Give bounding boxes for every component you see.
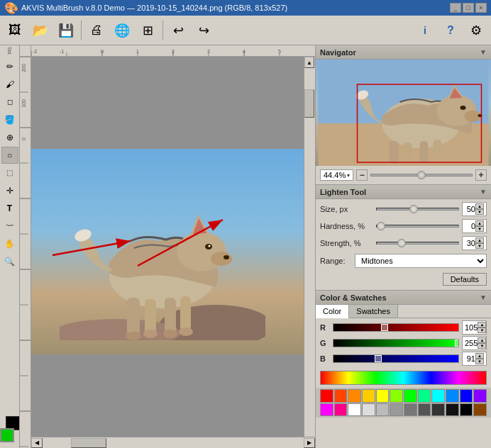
- swatch[interactable]: [390, 389, 403, 403]
- range-select[interactable]: Shadows Midtones Highlights: [355, 254, 487, 268]
- print-button[interactable]: 🖨: [84, 18, 109, 43]
- scroll-thumb[interactable]: [304, 89, 314, 118]
- smudge-tool[interactable]: 〰: [1, 218, 18, 235]
- swatch[interactable]: [431, 389, 445, 403]
- r-up-button[interactable]: ▲: [478, 322, 486, 327]
- new-button[interactable]: 🖼: [3, 18, 27, 43]
- navigator-header[interactable]: Navigator ▼: [316, 45, 491, 60]
- tab-color[interactable]: Color: [316, 305, 349, 318]
- swatch[interactable]: [334, 403, 348, 417]
- r-down-button[interactable]: ▼: [478, 327, 486, 333]
- b-up-button[interactable]: ▲: [475, 353, 484, 359]
- pencil-tool[interactable]: ✏: [1, 58, 18, 75]
- swatch[interactable]: [376, 389, 390, 403]
- hardness-slider[interactable]: [376, 225, 459, 228]
- lighten-tool-header[interactable]: Lighten Tool ▼: [316, 185, 491, 199]
- swatch[interactable]: [446, 403, 459, 417]
- clone-tool[interactable]: ⊕: [1, 129, 18, 146]
- brush-tool[interactable]: 🖌: [1, 76, 18, 93]
- channel-g-value-field[interactable]: 255 ▲ ▼: [462, 336, 487, 350]
- strength-down-button[interactable]: ▼: [475, 243, 484, 249]
- std-label: Std: [7, 47, 12, 55]
- swatch[interactable]: [362, 389, 375, 403]
- swatch[interactable]: [348, 403, 361, 417]
- tab-swatches[interactable]: Swatches: [349, 305, 398, 318]
- swatch[interactable]: [348, 389, 361, 403]
- channel-b-value-field[interactable]: 91 ▲ ▼: [462, 352, 487, 366]
- swatch[interactable]: [320, 389, 333, 403]
- svg-point-35: [211, 252, 232, 266]
- info-button[interactable]: i: [413, 18, 437, 43]
- hardness-up-button[interactable]: ▲: [475, 220, 484, 226]
- undo-button[interactable]: ↩: [166, 18, 190, 43]
- channel-g-slider[interactable]: [333, 339, 459, 347]
- minimize-button[interactable]: _: [450, 3, 461, 13]
- swatch[interactable]: [431, 403, 445, 417]
- swatch[interactable]: [460, 403, 473, 417]
- lighten-tool[interactable]: ○: [1, 147, 18, 164]
- fg-color-swatch[interactable]: [0, 428, 14, 442]
- swatch[interactable]: [320, 403, 333, 417]
- swatch[interactable]: [460, 389, 473, 403]
- scroll-left-button[interactable]: ◀: [31, 438, 43, 448]
- zoom-plus-button[interactable]: +: [475, 169, 487, 181]
- g-up-button[interactable]: ▲: [478, 337, 486, 343]
- hardness-value-field[interactable]: 0 ▲ ▼: [462, 219, 487, 233]
- redo-button[interactable]: ↪: [192, 18, 216, 43]
- scroll-up-button[interactable]: ▲: [304, 57, 314, 68]
- strength-value-field[interactable]: 30 ▲ ▼: [462, 236, 487, 250]
- horizontal-scrollbar[interactable]: ◀ ▶: [31, 437, 315, 448]
- swatch[interactable]: [473, 403, 487, 417]
- toolbar-separator-1: [81, 21, 82, 40]
- size-down-button[interactable]: ▼: [475, 209, 484, 215]
- color-swatches-header[interactable]: Color & Swatches ▼: [316, 291, 491, 305]
- defaults-row: Defaults: [320, 271, 487, 287]
- channel-r-value-field[interactable]: 105 ▲ ▼: [462, 320, 487, 335]
- g-down-button[interactable]: ▼: [478, 343, 486, 349]
- swatch[interactable]: [404, 389, 417, 403]
- vertical-scrollbar[interactable]: ▲: [304, 57, 315, 437]
- swatch[interactable]: [473, 389, 487, 403]
- swatch[interactable]: [404, 403, 417, 417]
- hand-tool[interactable]: ✋: [1, 235, 18, 252]
- size-slider[interactable]: [376, 208, 459, 211]
- strength-slider-thumb: [397, 239, 406, 247]
- eraser-tool[interactable]: ◻: [1, 94, 18, 111]
- strength-up-button[interactable]: ▲: [475, 237, 484, 243]
- fill-tool[interactable]: 🪣: [1, 111, 18, 128]
- help-button[interactable]: ?: [438, 18, 463, 43]
- open-button[interactable]: 📂: [28, 18, 53, 43]
- scroll-right-button[interactable]: ▶: [304, 438, 315, 448]
- select-tool[interactable]: ⬚: [1, 164, 18, 181]
- color-gradient-bar[interactable]: [320, 371, 487, 385]
- web-button[interactable]: 🌐: [110, 18, 134, 43]
- b-down-button[interactable]: ▼: [475, 359, 484, 364]
- close-button[interactable]: ×: [475, 3, 487, 13]
- settings-button[interactable]: ⚙: [464, 18, 488, 43]
- grid-button[interactable]: ⊞: [136, 18, 160, 43]
- maximize-button[interactable]: □: [463, 3, 474, 13]
- zoom-dropdown-arrow[interactable]: ▾: [347, 172, 350, 179]
- channel-b-slider[interactable]: [333, 354, 459, 363]
- save-button[interactable]: 💾: [54, 18, 78, 43]
- zoom-tool[interactable]: 🔍: [1, 253, 18, 270]
- horizontal-scroll-thumb[interactable]: [71, 438, 106, 448]
- swatch[interactable]: [376, 403, 390, 417]
- move-tool[interactable]: ✛: [1, 182, 18, 199]
- text-tool[interactable]: T: [1, 200, 18, 217]
- zoom-minus-button[interactable]: −: [356, 169, 368, 181]
- size-value-field[interactable]: 50 ▲ ▼: [462, 202, 487, 216]
- hardness-down-button[interactable]: ▼: [475, 226, 484, 232]
- zoom-display[interactable]: 44.4% ▾: [320, 169, 353, 181]
- channel-r-slider[interactable]: [333, 323, 459, 332]
- swatch[interactable]: [390, 403, 403, 417]
- swatch[interactable]: [418, 389, 431, 403]
- swatch[interactable]: [446, 389, 459, 403]
- strength-slider[interactable]: [376, 242, 459, 245]
- defaults-button[interactable]: Defaults: [443, 273, 487, 286]
- size-up-button[interactable]: ▲: [475, 203, 484, 209]
- swatch[interactable]: [362, 403, 375, 417]
- swatch[interactable]: [418, 403, 431, 417]
- swatch[interactable]: [334, 389, 348, 403]
- zoom-slider[interactable]: [370, 174, 473, 177]
